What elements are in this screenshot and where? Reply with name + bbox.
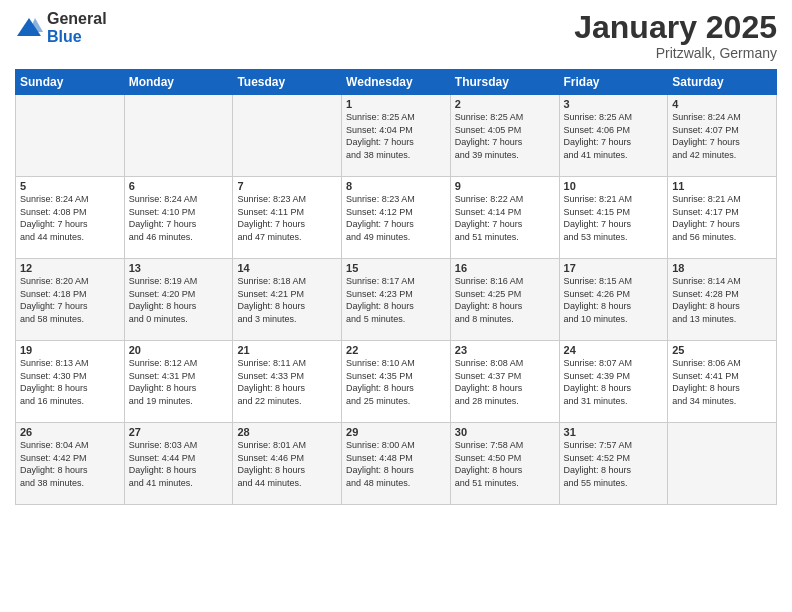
logo: General Blue (15, 10, 107, 45)
day-number: 11 (672, 180, 772, 192)
day-info: Sunrise: 8:25 AM Sunset: 4:06 PM Dayligh… (564, 111, 664, 161)
day-number: 1 (346, 98, 446, 110)
logo-general-text: General (47, 10, 107, 28)
day-info: Sunrise: 8:25 AM Sunset: 4:04 PM Dayligh… (346, 111, 446, 161)
table-row: 31Sunrise: 7:57 AM Sunset: 4:52 PM Dayli… (559, 423, 668, 505)
day-number: 30 (455, 426, 555, 438)
day-number: 5 (20, 180, 120, 192)
day-info: Sunrise: 8:21 AM Sunset: 4:17 PM Dayligh… (672, 193, 772, 243)
table-row: 9Sunrise: 8:22 AM Sunset: 4:14 PM Daylig… (450, 177, 559, 259)
header-friday: Friday (559, 70, 668, 95)
table-row: 17Sunrise: 8:15 AM Sunset: 4:26 PM Dayli… (559, 259, 668, 341)
day-number: 12 (20, 262, 120, 274)
day-info: Sunrise: 8:07 AM Sunset: 4:39 PM Dayligh… (564, 357, 664, 407)
calendar-week-1: 1Sunrise: 8:25 AM Sunset: 4:04 PM Daylig… (16, 95, 777, 177)
day-info: Sunrise: 8:11 AM Sunset: 4:33 PM Dayligh… (237, 357, 337, 407)
day-info: Sunrise: 8:03 AM Sunset: 4:44 PM Dayligh… (129, 439, 229, 489)
day-info: Sunrise: 8:22 AM Sunset: 4:14 PM Dayligh… (455, 193, 555, 243)
header-monday: Monday (124, 70, 233, 95)
table-row: 1Sunrise: 8:25 AM Sunset: 4:04 PM Daylig… (342, 95, 451, 177)
day-number: 22 (346, 344, 446, 356)
day-number: 6 (129, 180, 229, 192)
calendar-week-2: 5Sunrise: 8:24 AM Sunset: 4:08 PM Daylig… (16, 177, 777, 259)
day-info: Sunrise: 8:01 AM Sunset: 4:46 PM Dayligh… (237, 439, 337, 489)
logo-blue-text: Blue (47, 28, 107, 46)
table-row: 3Sunrise: 8:25 AM Sunset: 4:06 PM Daylig… (559, 95, 668, 177)
table-row: 29Sunrise: 8:00 AM Sunset: 4:48 PM Dayli… (342, 423, 451, 505)
calendar-week-5: 26Sunrise: 8:04 AM Sunset: 4:42 PM Dayli… (16, 423, 777, 505)
day-info: Sunrise: 7:57 AM Sunset: 4:52 PM Dayligh… (564, 439, 664, 489)
day-info: Sunrise: 8:08 AM Sunset: 4:37 PM Dayligh… (455, 357, 555, 407)
day-info: Sunrise: 8:04 AM Sunset: 4:42 PM Dayligh… (20, 439, 120, 489)
table-row: 24Sunrise: 8:07 AM Sunset: 4:39 PM Dayli… (559, 341, 668, 423)
day-number: 2 (455, 98, 555, 110)
day-number: 25 (672, 344, 772, 356)
table-row: 7Sunrise: 8:23 AM Sunset: 4:11 PM Daylig… (233, 177, 342, 259)
day-info: Sunrise: 8:18 AM Sunset: 4:21 PM Dayligh… (237, 275, 337, 325)
table-row: 27Sunrise: 8:03 AM Sunset: 4:44 PM Dayli… (124, 423, 233, 505)
day-info: Sunrise: 8:24 AM Sunset: 4:07 PM Dayligh… (672, 111, 772, 161)
table-row: 14Sunrise: 8:18 AM Sunset: 4:21 PM Dayli… (233, 259, 342, 341)
day-info: Sunrise: 8:23 AM Sunset: 4:12 PM Dayligh… (346, 193, 446, 243)
title-section: January 2025 Pritzwalk, Germany (574, 10, 777, 61)
day-info: Sunrise: 8:06 AM Sunset: 4:41 PM Dayligh… (672, 357, 772, 407)
day-number: 23 (455, 344, 555, 356)
table-row: 4Sunrise: 8:24 AM Sunset: 4:07 PM Daylig… (668, 95, 777, 177)
header-tuesday: Tuesday (233, 70, 342, 95)
day-info: Sunrise: 8:17 AM Sunset: 4:23 PM Dayligh… (346, 275, 446, 325)
header-saturday: Saturday (668, 70, 777, 95)
logo-icon (15, 14, 43, 42)
table-row: 16Sunrise: 8:16 AM Sunset: 4:25 PM Dayli… (450, 259, 559, 341)
table-row: 8Sunrise: 8:23 AM Sunset: 4:12 PM Daylig… (342, 177, 451, 259)
table-row (668, 423, 777, 505)
header-thursday: Thursday (450, 70, 559, 95)
day-number: 17 (564, 262, 664, 274)
day-info: Sunrise: 8:10 AM Sunset: 4:35 PM Dayligh… (346, 357, 446, 407)
page-header: General Blue January 2025 Pritzwalk, Ger… (15, 10, 777, 61)
month-title: January 2025 (574, 10, 777, 45)
table-row: 12Sunrise: 8:20 AM Sunset: 4:18 PM Dayli… (16, 259, 125, 341)
day-info: Sunrise: 8:15 AM Sunset: 4:26 PM Dayligh… (564, 275, 664, 325)
table-row (233, 95, 342, 177)
day-info: Sunrise: 8:16 AM Sunset: 4:25 PM Dayligh… (455, 275, 555, 325)
table-row: 21Sunrise: 8:11 AM Sunset: 4:33 PM Dayli… (233, 341, 342, 423)
calendar-week-4: 19Sunrise: 8:13 AM Sunset: 4:30 PM Dayli… (16, 341, 777, 423)
day-number: 15 (346, 262, 446, 274)
day-info: Sunrise: 8:23 AM Sunset: 4:11 PM Dayligh… (237, 193, 337, 243)
table-row: 20Sunrise: 8:12 AM Sunset: 4:31 PM Dayli… (124, 341, 233, 423)
day-info: Sunrise: 8:20 AM Sunset: 4:18 PM Dayligh… (20, 275, 120, 325)
day-info: Sunrise: 8:19 AM Sunset: 4:20 PM Dayligh… (129, 275, 229, 325)
table-row: 11Sunrise: 8:21 AM Sunset: 4:17 PM Dayli… (668, 177, 777, 259)
calendar-week-3: 12Sunrise: 8:20 AM Sunset: 4:18 PM Dayli… (16, 259, 777, 341)
day-number: 20 (129, 344, 229, 356)
day-number: 7 (237, 180, 337, 192)
day-number: 31 (564, 426, 664, 438)
day-number: 26 (20, 426, 120, 438)
calendar-table: Sunday Monday Tuesday Wednesday Thursday… (15, 69, 777, 505)
table-row: 25Sunrise: 8:06 AM Sunset: 4:41 PM Dayli… (668, 341, 777, 423)
table-row (16, 95, 125, 177)
table-row: 30Sunrise: 7:58 AM Sunset: 4:50 PM Dayli… (450, 423, 559, 505)
table-row: 26Sunrise: 8:04 AM Sunset: 4:42 PM Dayli… (16, 423, 125, 505)
calendar-header-row: Sunday Monday Tuesday Wednesday Thursday… (16, 70, 777, 95)
day-info: Sunrise: 8:00 AM Sunset: 4:48 PM Dayligh… (346, 439, 446, 489)
day-info: Sunrise: 8:21 AM Sunset: 4:15 PM Dayligh… (564, 193, 664, 243)
day-number: 16 (455, 262, 555, 274)
day-info: Sunrise: 7:58 AM Sunset: 4:50 PM Dayligh… (455, 439, 555, 489)
table-row: 28Sunrise: 8:01 AM Sunset: 4:46 PM Dayli… (233, 423, 342, 505)
day-number: 24 (564, 344, 664, 356)
table-row (124, 95, 233, 177)
day-info: Sunrise: 8:25 AM Sunset: 4:05 PM Dayligh… (455, 111, 555, 161)
table-row: 18Sunrise: 8:14 AM Sunset: 4:28 PM Dayli… (668, 259, 777, 341)
day-number: 21 (237, 344, 337, 356)
day-number: 29 (346, 426, 446, 438)
day-number: 9 (455, 180, 555, 192)
day-number: 27 (129, 426, 229, 438)
day-number: 4 (672, 98, 772, 110)
day-info: Sunrise: 8:14 AM Sunset: 4:28 PM Dayligh… (672, 275, 772, 325)
table-row: 15Sunrise: 8:17 AM Sunset: 4:23 PM Dayli… (342, 259, 451, 341)
day-number: 13 (129, 262, 229, 274)
location-subtitle: Pritzwalk, Germany (574, 45, 777, 61)
day-info: Sunrise: 8:24 AM Sunset: 4:10 PM Dayligh… (129, 193, 229, 243)
header-wednesday: Wednesday (342, 70, 451, 95)
